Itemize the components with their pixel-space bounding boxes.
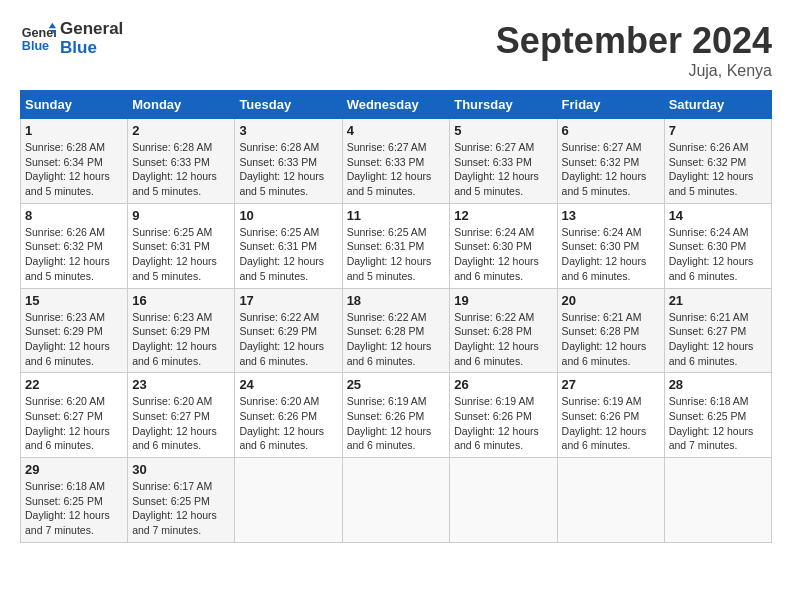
day-number: 18 (347, 293, 446, 308)
day-number: 19 (454, 293, 552, 308)
calendar-cell (664, 458, 771, 543)
calendar-week-row: 8 Sunrise: 6:26 AM Sunset: 6:32 PM Dayli… (21, 203, 772, 288)
calendar-week-row: 15 Sunrise: 6:23 AM Sunset: 6:29 PM Dayl… (21, 288, 772, 373)
day-number: 12 (454, 208, 552, 223)
day-info: Sunrise: 6:28 AM Sunset: 6:34 PM Dayligh… (25, 140, 123, 199)
calendar-cell: 28 Sunrise: 6:18 AM Sunset: 6:25 PM Dayl… (664, 373, 771, 458)
day-info: Sunrise: 6:20 AM Sunset: 6:27 PM Dayligh… (25, 394, 123, 453)
day-number: 21 (669, 293, 767, 308)
day-info: Sunrise: 6:24 AM Sunset: 6:30 PM Dayligh… (669, 225, 767, 284)
day-info: Sunrise: 6:28 AM Sunset: 6:33 PM Dayligh… (132, 140, 230, 199)
day-number: 23 (132, 377, 230, 392)
calendar-cell: 1 Sunrise: 6:28 AM Sunset: 6:34 PM Dayli… (21, 119, 128, 204)
calendar-week-row: 1 Sunrise: 6:28 AM Sunset: 6:34 PM Dayli… (21, 119, 772, 204)
day-info: Sunrise: 6:22 AM Sunset: 6:28 PM Dayligh… (347, 310, 446, 369)
day-number: 7 (669, 123, 767, 138)
svg-text:Blue: Blue (22, 38, 49, 52)
calendar-cell: 17 Sunrise: 6:22 AM Sunset: 6:29 PM Dayl… (235, 288, 342, 373)
day-number: 4 (347, 123, 446, 138)
calendar-cell: 25 Sunrise: 6:19 AM Sunset: 6:26 PM Dayl… (342, 373, 450, 458)
day-number: 6 (562, 123, 660, 138)
day-number: 27 (562, 377, 660, 392)
calendar-cell: 6 Sunrise: 6:27 AM Sunset: 6:32 PM Dayli… (557, 119, 664, 204)
day-number: 2 (132, 123, 230, 138)
day-info: Sunrise: 6:23 AM Sunset: 6:29 PM Dayligh… (25, 310, 123, 369)
day-number: 10 (239, 208, 337, 223)
calendar-cell: 5 Sunrise: 6:27 AM Sunset: 6:33 PM Dayli… (450, 119, 557, 204)
calendar-cell: 10 Sunrise: 6:25 AM Sunset: 6:31 PM Dayl… (235, 203, 342, 288)
day-info: Sunrise: 6:19 AM Sunset: 6:26 PM Dayligh… (347, 394, 446, 453)
day-number: 17 (239, 293, 337, 308)
day-info: Sunrise: 6:25 AM Sunset: 6:31 PM Dayligh… (347, 225, 446, 284)
header-monday: Monday (128, 91, 235, 119)
day-number: 29 (25, 462, 123, 477)
calendar-cell: 27 Sunrise: 6:19 AM Sunset: 6:26 PM Dayl… (557, 373, 664, 458)
calendar-cell: 9 Sunrise: 6:25 AM Sunset: 6:31 PM Dayli… (128, 203, 235, 288)
day-info: Sunrise: 6:22 AM Sunset: 6:28 PM Dayligh… (454, 310, 552, 369)
day-info: Sunrise: 6:20 AM Sunset: 6:27 PM Dayligh… (132, 394, 230, 453)
day-info: Sunrise: 6:23 AM Sunset: 6:29 PM Dayligh… (132, 310, 230, 369)
day-number: 9 (132, 208, 230, 223)
calendar-cell: 14 Sunrise: 6:24 AM Sunset: 6:30 PM Dayl… (664, 203, 771, 288)
calendar-cell: 16 Sunrise: 6:23 AM Sunset: 6:29 PM Dayl… (128, 288, 235, 373)
logo-line2: Blue (60, 39, 123, 58)
calendar-cell: 24 Sunrise: 6:20 AM Sunset: 6:26 PM Dayl… (235, 373, 342, 458)
day-info: Sunrise: 6:20 AM Sunset: 6:26 PM Dayligh… (239, 394, 337, 453)
calendar-cell: 21 Sunrise: 6:21 AM Sunset: 6:27 PM Dayl… (664, 288, 771, 373)
day-number: 5 (454, 123, 552, 138)
day-info: Sunrise: 6:19 AM Sunset: 6:26 PM Dayligh… (562, 394, 660, 453)
calendar-cell: 23 Sunrise: 6:20 AM Sunset: 6:27 PM Dayl… (128, 373, 235, 458)
day-number: 14 (669, 208, 767, 223)
day-number: 25 (347, 377, 446, 392)
day-info: Sunrise: 6:18 AM Sunset: 6:25 PM Dayligh… (669, 394, 767, 453)
day-info: Sunrise: 6:27 AM Sunset: 6:32 PM Dayligh… (562, 140, 660, 199)
day-info: Sunrise: 6:25 AM Sunset: 6:31 PM Dayligh… (132, 225, 230, 284)
day-number: 3 (239, 123, 337, 138)
title-block: September 2024 Juja, Kenya (496, 20, 772, 80)
header-saturday: Saturday (664, 91, 771, 119)
logo: General Blue General Blue (20, 20, 123, 57)
calendar-week-row: 22 Sunrise: 6:20 AM Sunset: 6:27 PM Dayl… (21, 373, 772, 458)
header-tuesday: Tuesday (235, 91, 342, 119)
calendar-cell (450, 458, 557, 543)
calendar-cell: 30 Sunrise: 6:17 AM Sunset: 6:25 PM Dayl… (128, 458, 235, 543)
logo-line1: General (60, 20, 123, 39)
day-number: 1 (25, 123, 123, 138)
calendar-cell: 18 Sunrise: 6:22 AM Sunset: 6:28 PM Dayl… (342, 288, 450, 373)
day-number: 22 (25, 377, 123, 392)
page-header: General Blue General Blue September 2024… (20, 20, 772, 80)
logo-icon: General Blue (20, 21, 56, 57)
calendar-cell (235, 458, 342, 543)
day-info: Sunrise: 6:24 AM Sunset: 6:30 PM Dayligh… (562, 225, 660, 284)
calendar-table: SundayMondayTuesdayWednesdayThursdayFrid… (20, 90, 772, 543)
day-info: Sunrise: 6:21 AM Sunset: 6:27 PM Dayligh… (669, 310, 767, 369)
calendar-cell: 20 Sunrise: 6:21 AM Sunset: 6:28 PM Dayl… (557, 288, 664, 373)
calendar-cell: 22 Sunrise: 6:20 AM Sunset: 6:27 PM Dayl… (21, 373, 128, 458)
day-number: 24 (239, 377, 337, 392)
day-info: Sunrise: 6:27 AM Sunset: 6:33 PM Dayligh… (347, 140, 446, 199)
day-info: Sunrise: 6:18 AM Sunset: 6:25 PM Dayligh… (25, 479, 123, 538)
calendar-week-row: 29 Sunrise: 6:18 AM Sunset: 6:25 PM Dayl… (21, 458, 772, 543)
day-number: 16 (132, 293, 230, 308)
day-info: Sunrise: 6:26 AM Sunset: 6:32 PM Dayligh… (25, 225, 123, 284)
header-wednesday: Wednesday (342, 91, 450, 119)
day-number: 13 (562, 208, 660, 223)
calendar-cell (557, 458, 664, 543)
calendar-cell: 29 Sunrise: 6:18 AM Sunset: 6:25 PM Dayl… (21, 458, 128, 543)
day-number: 20 (562, 293, 660, 308)
day-info: Sunrise: 6:28 AM Sunset: 6:33 PM Dayligh… (239, 140, 337, 199)
day-info: Sunrise: 6:22 AM Sunset: 6:29 PM Dayligh… (239, 310, 337, 369)
calendar-cell: 26 Sunrise: 6:19 AM Sunset: 6:26 PM Dayl… (450, 373, 557, 458)
header-row: SundayMondayTuesdayWednesdayThursdayFrid… (21, 91, 772, 119)
day-info: Sunrise: 6:19 AM Sunset: 6:26 PM Dayligh… (454, 394, 552, 453)
header-sunday: Sunday (21, 91, 128, 119)
day-info: Sunrise: 6:27 AM Sunset: 6:33 PM Dayligh… (454, 140, 552, 199)
calendar-cell: 4 Sunrise: 6:27 AM Sunset: 6:33 PM Dayli… (342, 119, 450, 204)
calendar-cell: 13 Sunrise: 6:24 AM Sunset: 6:30 PM Dayl… (557, 203, 664, 288)
day-info: Sunrise: 6:25 AM Sunset: 6:31 PM Dayligh… (239, 225, 337, 284)
day-info: Sunrise: 6:26 AM Sunset: 6:32 PM Dayligh… (669, 140, 767, 199)
location: Juja, Kenya (496, 62, 772, 80)
calendar-cell: 15 Sunrise: 6:23 AM Sunset: 6:29 PM Dayl… (21, 288, 128, 373)
calendar-cell: 11 Sunrise: 6:25 AM Sunset: 6:31 PM Dayl… (342, 203, 450, 288)
calendar-cell: 3 Sunrise: 6:28 AM Sunset: 6:33 PM Dayli… (235, 119, 342, 204)
